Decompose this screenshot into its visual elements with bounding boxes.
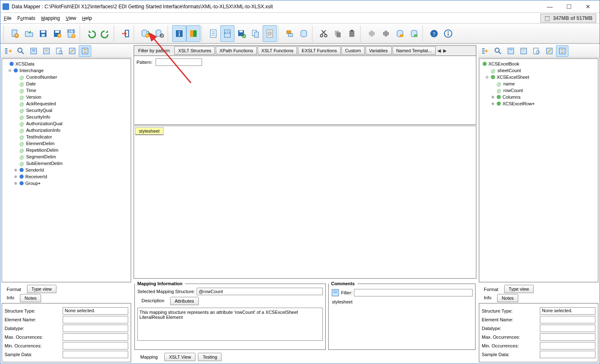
maximize-button[interactable]: ☐ [559, 1, 578, 12]
tree-attr[interactable]: sheetCount [498, 68, 521, 73]
about-icon[interactable] [441, 25, 455, 42]
tab-xslt-functions[interactable]: XSLT Functions [258, 46, 297, 55]
copy-doc-icon[interactable] [249, 25, 263, 42]
tree-item[interactable]: XCSExcelRow+ [502, 101, 535, 106]
undo-icon[interactable] [84, 25, 98, 42]
tab-variables[interactable]: Variables [366, 46, 392, 55]
toggle-icon[interactable]: ⊕ [14, 168, 18, 172]
comments-filter-input[interactable] [354, 289, 473, 296]
tree-attr[interactable]: ControlNumber [26, 75, 57, 80]
tgt-edit-icon[interactable] [543, 45, 556, 57]
tree-root[interactable]: XCSData [15, 61, 34, 66]
tree-attr[interactable]: SecurityInfo [26, 114, 50, 119]
stack-icon[interactable] [283, 25, 297, 42]
tree-attr[interactable]: SubElementDelim [26, 161, 63, 166]
minimize-button[interactable]: — [540, 1, 559, 12]
tgt-zoom-doc-icon[interactable] [530, 45, 543, 57]
tgt-sync-icon[interactable] [556, 45, 568, 57]
tree-attr[interactable]: ElementDelim [26, 141, 54, 146]
toggle-icon[interactable]: ⊕ [14, 175, 18, 179]
doc1-icon[interactable] [206, 25, 220, 42]
src-expand-icon[interactable] [2, 45, 14, 57]
tgt-note1-icon[interactable] [505, 45, 517, 57]
save-gear-icon[interactable] [234, 25, 249, 42]
tree-attr[interactable]: AuthorizationQual [26, 121, 62, 126]
redo-icon[interactable] [98, 25, 112, 42]
tree-attr[interactable]: AuthorizationInfo [26, 128, 61, 133]
tree-attr[interactable]: Version [26, 95, 41, 99]
src-edit-icon[interactable] [66, 45, 78, 57]
db-green-icon[interactable] [407, 25, 421, 42]
src-search-icon[interactable] [15, 45, 27, 57]
target-tree[interactable]: XCSExcelBook @sheetCount ⊖XCSExcelSheet … [479, 58, 598, 282]
tree-attr[interactable]: Date [26, 81, 36, 86]
db-orange-icon[interactable] [393, 25, 407, 42]
tree-attr[interactable]: SecurityQual [26, 108, 52, 113]
toggle-icon[interactable]: ⊖ [8, 68, 12, 73]
tab-scroll-right-icon[interactable]: ▶ [442, 48, 448, 53]
tab-type-view[interactable]: Type view [27, 285, 56, 293]
help-icon[interactable]: ? [427, 25, 441, 42]
split-toggle-icon[interactable] [186, 25, 200, 42]
toggle-icon[interactable]: ⊕ [491, 102, 495, 106]
tab-info[interactable]: Info [2, 294, 18, 302]
src-note2-icon[interactable] [40, 45, 53, 57]
tree-attr[interactable]: SegmentDelim [26, 154, 56, 159]
puzzle2-icon[interactable] [379, 25, 393, 42]
at-doc-icon[interactable]: @ [263, 25, 277, 42]
tgt-search-icon[interactable] [492, 45, 504, 57]
tree-item[interactable]: ReceiverId [25, 174, 47, 179]
tree-root[interactable]: XCSExcelBook [488, 61, 520, 66]
tab-filter-pattern[interactable]: Filter by pattern [134, 46, 173, 55]
menu-formats[interactable]: Formats [17, 15, 35, 21]
menu-mapping[interactable]: Mapping [41, 15, 60, 21]
tab-xslt-structures[interactable]: XSLT Structures [174, 46, 215, 55]
tree-attr[interactable]: RepetitionDelim [26, 148, 59, 153]
save-as-icon[interactable]: + [50, 25, 64, 42]
tree-item[interactable]: Group+ [25, 181, 41, 186]
selected-struct-input[interactable] [197, 288, 323, 295]
tab-attributes[interactable]: Attributes [170, 297, 198, 305]
tab-type-view[interactable]: Type view [504, 285, 534, 293]
tree-item[interactable]: Interchange [20, 68, 44, 73]
menu-help[interactable]: Help [82, 15, 92, 21]
save-xls-icon[interactable]: XLS+ [64, 25, 78, 42]
puzzle1-icon[interactable] [365, 25, 379, 42]
stylesheet-chip[interactable]: stylesheet [135, 127, 163, 135]
tree-attr[interactable]: Time [26, 88, 36, 93]
new-file-icon[interactable]: + [8, 25, 22, 42]
paste-icon[interactable] [345, 25, 359, 42]
tab-format[interactable]: Format [480, 286, 502, 293]
tab-xpath-functions[interactable]: XPath Functions [216, 46, 257, 55]
code-doc-icon[interactable]: </> [220, 25, 234, 42]
mapping-canvas[interactable]: stylesheet [134, 126, 476, 279]
cylinder-icon[interactable] [297, 25, 311, 42]
tab-format[interactable]: Format [2, 286, 25, 293]
cut-icon[interactable] [317, 25, 331, 42]
tab-xslt-view[interactable]: XSLT View [164, 353, 195, 361]
tab-notes[interactable]: Notes [20, 294, 41, 302]
tgt-collapse-icon[interactable] [479, 45, 491, 57]
tab-custom[interactable]: Custom [341, 46, 365, 55]
info-toggle-icon[interactable] [172, 25, 186, 42]
src-note1-icon[interactable] [27, 45, 40, 57]
save-icon[interactable] [36, 25, 50, 42]
close-button[interactable]: ✕ [578, 1, 598, 12]
db-gear-icon[interactable] [152, 25, 166, 42]
tree-item[interactable]: SenderId [25, 167, 44, 172]
tree-attr[interactable]: AckRequested [26, 101, 56, 106]
copy-icon[interactable] [331, 25, 345, 42]
tree-attr[interactable]: TestIndicator [26, 134, 52, 139]
menu-view[interactable]: View [66, 15, 76, 21]
comments-list[interactable]: stylesheet [329, 298, 475, 305]
tgt-note2-icon[interactable] [517, 45, 530, 57]
comment-item[interactable]: stylesheet [332, 299, 472, 304]
toggle-icon[interactable]: ⊕ [14, 181, 18, 185]
src-sync-icon[interactable] [79, 45, 91, 57]
pattern-input[interactable] [156, 58, 202, 66]
tab-info[interactable]: Info [480, 294, 495, 302]
source-tree[interactable]: XCSData ⊖Interchange @ControlNumber @Dat… [2, 58, 131, 282]
open-file-icon[interactable] [22, 25, 36, 42]
tab-scroll-left-icon[interactable]: ◀ [436, 48, 442, 53]
tab-notes[interactable]: Notes [497, 294, 518, 302]
